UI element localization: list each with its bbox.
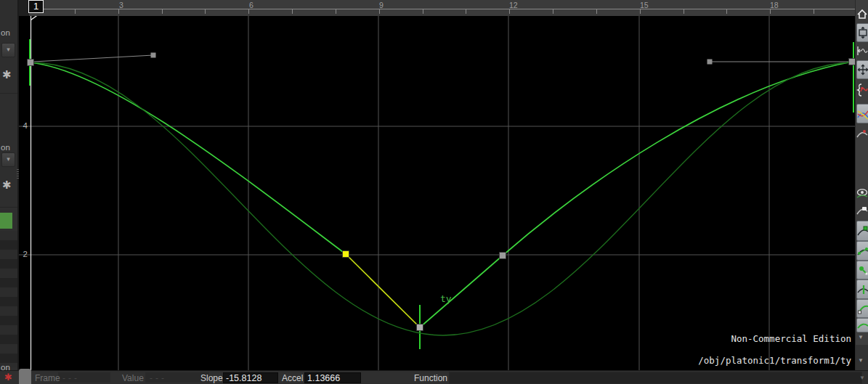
show-hide-curve-icon[interactable] — [856, 185, 868, 201]
function-expression-icon[interactable] — [856, 80, 868, 100]
channel-list-panel: on ▾ ✱ on ▾ ✱ — [0, 0, 19, 370]
panel-divider — [0, 207, 17, 208]
function-input[interactable] — [449, 372, 862, 384]
channel-group-label-1: on — [1, 28, 10, 37]
slope-input[interactable] — [223, 372, 278, 383]
channel-group-label-3: on — [1, 363, 10, 372]
partial-icon-button[interactable] — [856, 318, 868, 332]
edit-curve-icon[interactable] — [856, 125, 868, 142]
accel-input[interactable] — [304, 372, 361, 383]
end-keys-button[interactable] — [856, 299, 868, 318]
ruler-label-3: 3 — [119, 1, 123, 9]
right-toolbar: ▼ ▼ — [855, 0, 868, 370]
current-frame-indicator[interactable]: 1 — [28, 0, 44, 13]
slope-label: Slope — [200, 373, 223, 383]
show-all-curves-button[interactable] — [856, 104, 868, 123]
value-label: Value — [122, 373, 144, 383]
show-keys-button[interactable] — [856, 221, 868, 241]
ruler-label-12: 12 — [509, 1, 518, 9]
channel-group-label-2: on — [1, 143, 10, 152]
license-text: Non-Commercial Edition — [731, 333, 851, 344]
chevron-down-icon: ▾ — [7, 155, 10, 163]
slope-handles-button[interactable] — [856, 279, 868, 299]
show-handles-button[interactable] — [856, 241, 868, 261]
panel-divider — [0, 93, 17, 94]
value-value: --- — [150, 373, 167, 383]
channel-row-list[interactable] — [0, 231, 17, 367]
lock-curve-icon[interactable] — [856, 202, 868, 219]
frame-label: Frame — [35, 373, 60, 383]
toolbar-scroll-down-icon-2[interactable]: ▼ — [858, 357, 864, 364]
gear-icon[interactable]: ✱ — [2, 69, 12, 80]
scoped-channel-icon[interactable]: ✱ — [4, 372, 12, 383]
channel-label[interactable]: ty — [440, 293, 452, 304]
pan-view-button[interactable] — [856, 60, 868, 79]
pin-keys-button[interactable] — [856, 261, 868, 279]
home-icon[interactable] — [856, 6, 868, 22]
ruler-label-18: 18 — [770, 1, 779, 9]
animation-editor: 4 2 ty Non-Commercial Edition /obj/plato… — [0, 0, 868, 384]
splitter-grip[interactable] — [17, 169, 19, 179]
frame-value: --- — [62, 373, 80, 383]
channel-dropdown-1[interactable]: ▾ — [1, 43, 15, 57]
chevron-down-icon: ▾ — [7, 46, 10, 53]
graph-area[interactable] — [19, 16, 855, 370]
ruler-notch — [19, 0, 29, 16]
frame-ruler[interactable]: 3 6 9 12 15 18 1 — [19, 0, 855, 16]
ruler-label-6: 6 — [249, 1, 253, 9]
status-bar: ✱ Frame --- Value --- Slope Accel Functi… — [0, 370, 868, 384]
gear-icon[interactable]: ✱ — [2, 179, 12, 190]
channel-dropdown-2[interactable]: ▾ — [1, 152, 15, 167]
function-label: Function — [414, 373, 447, 383]
ruler-label-9: 9 — [379, 1, 384, 9]
ruler-label-15: 15 — [640, 1, 649, 9]
accel-label: Accel — [282, 373, 303, 383]
function-dropdown-icon[interactable]: ▼ — [859, 375, 865, 381]
frame-all-button[interactable] — [856, 23, 868, 42]
channel-path-text: /obj/platonic1/transform1/ty — [698, 355, 851, 366]
toolbar-scroll-down-icon[interactable]: ▼ — [858, 334, 864, 340]
ruler-ticks — [75, 9, 836, 14]
frame-horizontal-icon[interactable] — [856, 44, 868, 58]
channel-color-swatch[interactable] — [0, 213, 12, 229]
pane-splitter-handle[interactable] — [19, 369, 31, 384]
